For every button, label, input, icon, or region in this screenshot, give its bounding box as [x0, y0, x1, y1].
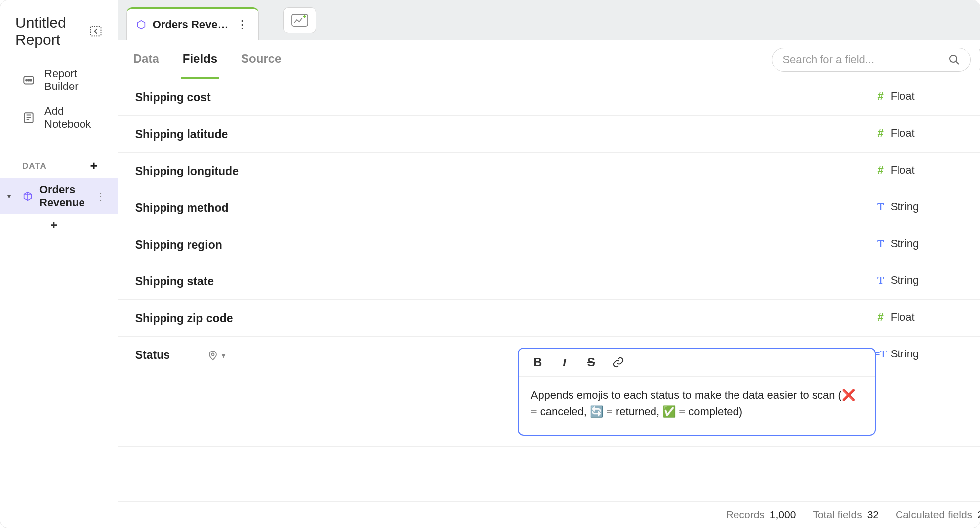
editor-textarea[interactable]: Appends emojis to each status to make th…: [519, 377, 875, 435]
field-type[interactable]: TString: [876, 274, 980, 287]
add-chart-icon: [291, 14, 308, 27]
collapse-icon: [89, 24, 103, 38]
add-data-button[interactable]: +: [85, 158, 103, 174]
strike-button[interactable]: S: [584, 355, 598, 369]
tab-separator: [271, 10, 271, 30]
nav-add-notebook[interactable]: Add Notebook: [10, 99, 108, 137]
float-type-icon: #: [876, 128, 886, 138]
sub-nav: Data Fields Source f+ New field: [118, 40, 980, 79]
data-item-label: Orders Revenue: [39, 183, 85, 209]
subtab-source[interactable]: Source: [239, 41, 283, 79]
svg-rect-0: [90, 27, 101, 36]
report-title[interactable]: Untitled Report: [15, 14, 89, 48]
tab-orders-revenue[interactable]: Orders Reve… ⋮: [126, 7, 259, 40]
nav-label: Add Notebook: [44, 105, 96, 131]
field-row[interactable]: Shipping latitude#FloatSum: [118, 116, 980, 153]
float-type-icon: #: [876, 91, 886, 101]
field-name: Shipping zip code: [135, 311, 518, 325]
field-name: Shipping method: [135, 200, 518, 215]
link-icon: [612, 356, 624, 368]
collapse-sidebar-button[interactable]: [89, 23, 103, 40]
dataset-icon: [136, 19, 147, 30]
data-item-menu[interactable]: ⋮: [91, 190, 111, 202]
notebook-icon: [22, 111, 35, 124]
field-location-picker[interactable]: ▾: [207, 350, 225, 361]
add-chart-tab-button[interactable]: [283, 7, 316, 33]
sub-tabs: Data Fields Source: [131, 41, 284, 79]
field-row[interactable]: Shipping cost#FloatSum: [118, 79, 980, 116]
chevron-down-icon[interactable]: ▾: [7, 192, 16, 200]
field-type[interactable]: =TString: [876, 348, 980, 360]
svg-point-2: [26, 79, 27, 81]
float-type-icon: #: [876, 312, 886, 322]
fields-list: Shipping cost#FloatSumShipping latitude#…: [118, 79, 980, 501]
pin-icon: [207, 350, 219, 361]
search-input[interactable]: [782, 53, 942, 66]
field-editor-cell: BISAppends emojis to each status to make…: [518, 348, 876, 436]
field-type[interactable]: TString: [876, 237, 980, 250]
stat-total-fields: Total fields 32: [813, 509, 879, 521]
search-field-wrap[interactable]: [772, 48, 971, 72]
field-name: Shipping region: [135, 237, 518, 252]
data-section-label: DATA: [22, 161, 47, 171]
field-name: Status▾: [135, 348, 518, 362]
data-item-orders-revenue[interactable]: ▾ Orders Revenue ⋮: [0, 178, 118, 214]
add-child-button[interactable]: +: [0, 214, 118, 232]
sidebar-nav: Report Builder Add Notebook: [0, 57, 118, 141]
status-bar: Records 1,000 Total fields 32 Calculated…: [118, 501, 980, 528]
data-section-header: DATA +: [0, 151, 118, 178]
report-builder-icon: [22, 74, 35, 87]
string-type-icon: T: [876, 239, 886, 249]
field-name: Shipping longitude: [135, 164, 518, 178]
string-type-icon: T: [876, 202, 886, 212]
link-button[interactable]: [611, 355, 625, 369]
nav-report-builder[interactable]: Report Builder: [10, 61, 108, 99]
field-type[interactable]: #Float: [876, 127, 980, 140]
dataset-icon: [22, 191, 33, 202]
app-window: Untitled Report Report Builder Add Noteb…: [0, 0, 980, 528]
calc-string-type-icon: =T: [876, 349, 886, 359]
svg-point-4: [30, 79, 32, 81]
field-name: Shipping state: [135, 274, 518, 288]
field-row[interactable]: Shipping zip code#FloatCount: [118, 300, 980, 337]
stat-calc-fields: Calculated fields 2: [896, 509, 980, 521]
svg-point-8: [212, 353, 214, 355]
tab-label: Orders Reve…: [153, 18, 229, 31]
editor-toolbar: BIS: [519, 349, 875, 377]
field-row[interactable]: Shipping regionTStringCount: [118, 226, 980, 263]
field-name: Shipping cost: [135, 90, 518, 104]
subtab-data[interactable]: Data: [131, 41, 161, 79]
string-type-icon: T: [876, 275, 886, 285]
field-row[interactable]: Status▾BISAppends emojis to each status …: [118, 337, 980, 447]
field-row[interactable]: Shipping methodTStringCount: [118, 189, 980, 226]
field-type[interactable]: TString: [876, 200, 980, 213]
sidebar: Untitled Report Report Builder Add Noteb…: [0, 0, 118, 528]
field-type[interactable]: #Float: [876, 164, 980, 176]
italic-button[interactable]: I: [558, 355, 572, 369]
stat-records: Records 1,000: [726, 509, 796, 521]
description-editor[interactable]: BISAppends emojis to each status to make…: [518, 348, 876, 436]
field-type[interactable]: #Float: [876, 90, 980, 103]
nav-label: Report Builder: [44, 67, 96, 93]
divider: [20, 146, 98, 146]
field-name: Shipping latitude: [135, 127, 518, 141]
sidebar-header: Untitled Report: [0, 0, 118, 57]
main: Orders Reve… ⋮ Data Fields Source f+ New…: [118, 0, 980, 528]
field-row[interactable]: Shipping stateTStringCount: [118, 263, 980, 300]
bold-button[interactable]: B: [531, 355, 545, 369]
chevron-down-icon: ▾: [222, 352, 225, 359]
svg-rect-5: [24, 113, 33, 123]
tab-menu-button[interactable]: ⋮: [235, 18, 249, 31]
tab-bar: Orders Reve… ⋮: [118, 0, 980, 40]
subtab-fields[interactable]: Fields: [181, 41, 219, 79]
svg-point-3: [28, 79, 29, 81]
search-icon: [948, 54, 960, 66]
float-type-icon: #: [876, 165, 886, 175]
svg-point-7: [950, 55, 957, 62]
field-type[interactable]: #Float: [876, 311, 980, 324]
field-row[interactable]: Shipping longitude#FloatSum: [118, 153, 980, 189]
